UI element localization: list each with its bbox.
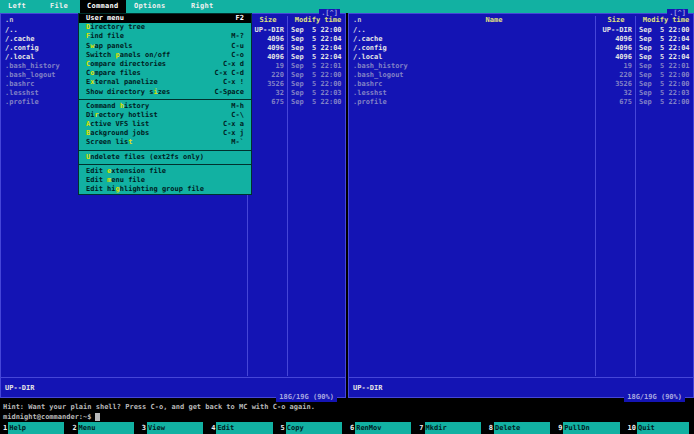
- menu-item-switch-panels-on-off[interactable]: Switch panels on/offC-o: [79, 51, 251, 60]
- file-row[interactable]: .profile675Sep 5 22:00: [349, 98, 693, 107]
- fkey-label: Menu: [78, 422, 134, 434]
- file-size: UP--DIR: [596, 26, 632, 35]
- fkey-7-mkdir[interactable]: 7Mkdir: [416, 422, 485, 434]
- menu-bar: Left File Command Options Right: [0, 0, 694, 13]
- file-name: /..: [353, 26, 366, 35]
- menubar-item-right[interactable]: Right: [191, 0, 214, 13]
- file-mtime: Sep 5 22:00: [291, 98, 342, 107]
- label-post: ap panels: [94, 42, 132, 50]
- menu-shortcut: M-?: [231, 32, 244, 41]
- menu-item-swap-panels[interactable]: Swap panelsC-u: [79, 42, 251, 51]
- menu-item-find-file[interactable]: Find fileM-?: [79, 32, 251, 41]
- fkey-number: 1: [0, 422, 8, 434]
- menu-item-edit-menu-file[interactable]: Edit menu file: [79, 176, 251, 185]
- file-mtime: Sep 5 22:04: [639, 53, 690, 62]
- menubar-item-file[interactable]: File: [50, 0, 68, 13]
- label-post: ctive VFS list: [90, 120, 149, 128]
- menu-item-show-directory-sizes[interactable]: Show directory sizesC-Space: [79, 88, 251, 97]
- menu-item-external-panelize[interactable]: External panelizeC-x !: [79, 78, 251, 87]
- free-space-indicator: 18G/19G (90%): [624, 393, 685, 402]
- menu-item-undelete-files[interactable]: Undelete files (ext2fs only): [79, 153, 251, 162]
- mini-status: UP--DIR: [5, 384, 35, 393]
- fkey-1-help[interactable]: 1Help: [0, 422, 69, 434]
- file-row[interactable]: /.cache4096Sep 5 22:04: [349, 35, 693, 44]
- file-mtime: Sep 5 22:00: [639, 98, 690, 107]
- fkey-5-copy[interactable]: 5Copy: [278, 422, 347, 434]
- label-pre: Edit: [86, 167, 107, 175]
- label-pre: Edit hi: [86, 185, 116, 193]
- fkey-6-renmov[interactable]: 6RenMov: [347, 422, 416, 434]
- file-list: /..UP--DIRSep 5 22:00 /.cache4096Sep 5 2…: [349, 26, 693, 106]
- menu-shortcut: C-x !: [223, 78, 244, 87]
- menu-item-compare-files[interactable]: Compare filesC-x C-d: [79, 69, 251, 78]
- menu-item-directory-hotlist[interactable]: Directory hotlistC-\: [79, 111, 251, 120]
- fkey-label: Delete: [494, 422, 550, 434]
- file-row[interactable]: .bashrc3526Sep 5 22:00: [349, 80, 693, 89]
- fkey-number: 6: [347, 422, 355, 434]
- file-name: .lesshst: [353, 89, 387, 98]
- menu-shortcut: C-o: [231, 51, 244, 60]
- menu-item-label: Compare directories: [86, 60, 166, 69]
- file-size: 32: [596, 89, 632, 98]
- fkey-label: RenMov: [355, 422, 411, 434]
- menubar-item-command[interactable]: Command: [80, 0, 126, 13]
- menu-item-label: Find file: [86, 32, 124, 41]
- file-size: UP--DIR: [248, 26, 284, 35]
- panel-header: .n Name Size Modify time: [349, 16, 693, 25]
- file-name: /.cache: [353, 35, 383, 44]
- menu-item-label: Screen list: [86, 138, 132, 147]
- label-post: ind file: [90, 32, 124, 40]
- shell-prompt[interactable]: midnight@commander:~$: [3, 413, 100, 422]
- command-menu: User menuF2 Directory tree Find fileM-? …: [78, 13, 252, 195]
- column-header-mtime[interactable]: Modify time: [638, 16, 694, 25]
- label-post: hlighting group file: [120, 185, 204, 193]
- menu-item-user-menu[interactable]: User menuF2: [79, 14, 251, 23]
- file-row[interactable]: .bash_history19Sep 5 22:01: [349, 62, 693, 71]
- fkey-2-menu[interactable]: 2Menu: [69, 422, 138, 434]
- menu-item-background-jobs[interactable]: Background jobsC-x j: [79, 129, 251, 138]
- column-header-name[interactable]: Name: [409, 16, 579, 25]
- file-name: .bashrc: [353, 80, 383, 89]
- fkey-3-view[interactable]: 3View: [139, 422, 208, 434]
- file-name: /.local: [353, 53, 383, 62]
- fkey-label: Help: [8, 422, 64, 434]
- fkey-number: 3: [139, 422, 147, 434]
- fkey-9-pulldn[interactable]: 9PullDn: [555, 422, 624, 434]
- menu-item-active-vfs-list[interactable]: Active VFS listC-x a: [79, 120, 251, 129]
- label-post: ectory hotlist: [99, 111, 158, 119]
- file-row[interactable]: /.local4096Sep 5 22:04: [349, 53, 693, 62]
- fkey-4-edit[interactable]: 4Edit: [208, 422, 277, 434]
- column-header-size[interactable]: Size: [248, 16, 288, 25]
- menu-item-screen-list[interactable]: Screen listM-`: [79, 138, 251, 147]
- column-header-mtime[interactable]: Modify time: [290, 16, 346, 25]
- fkey-8-delete[interactable]: 8Delete: [486, 422, 555, 434]
- menu-item-label: User menu: [86, 14, 124, 23]
- column-header-size[interactable]: Size: [596, 16, 636, 25]
- file-row[interactable]: .bash_logout220Sep 5 22:00: [349, 71, 693, 80]
- file-name: .profile: [5, 98, 39, 107]
- fkey-label: Mkdir: [425, 422, 481, 434]
- menu-item-directory-tree[interactable]: Directory tree: [79, 23, 251, 32]
- menu-item-command-history[interactable]: Command historyM-h: [79, 102, 251, 111]
- file-mtime: Sep 5 22:00: [639, 26, 690, 35]
- menubar-item-left[interactable]: Left: [8, 0, 26, 13]
- status-separator: [1, 377, 345, 378]
- menu-item-edit-highlighting-group-file[interactable]: Edit highlighting group file: [79, 185, 251, 194]
- free-space-indicator: 18G/19G (90%): [276, 393, 337, 402]
- label-post: anels on/off: [120, 51, 171, 59]
- file-row[interactable]: .lesshst32Sep 5 22:03: [349, 89, 693, 98]
- file-mtime: Sep 5 22:04: [291, 53, 342, 62]
- file-row[interactable]: /.config4096Sep 5 22:04: [349, 44, 693, 53]
- menu-item-label: Active VFS list: [86, 120, 149, 129]
- label-post: zes: [158, 88, 171, 96]
- fkey-10-quit[interactable]: 10Quit: [625, 422, 694, 434]
- fkey-number: 2: [69, 422, 77, 434]
- menu-item-edit-extension-file[interactable]: Edit extension file: [79, 167, 251, 176]
- menu-shortcut: C-x d: [223, 60, 244, 69]
- menubar-item-options[interactable]: Options: [134, 0, 166, 13]
- file-size: 32: [248, 89, 284, 98]
- fkey-number: 9: [555, 422, 563, 434]
- menu-item-compare-directories[interactable]: Compare directoriesC-x d: [79, 60, 251, 69]
- file-row[interactable]: /..UP--DIRSep 5 22:00: [349, 26, 693, 35]
- menu-item-label: Switch panels on/off: [86, 51, 170, 60]
